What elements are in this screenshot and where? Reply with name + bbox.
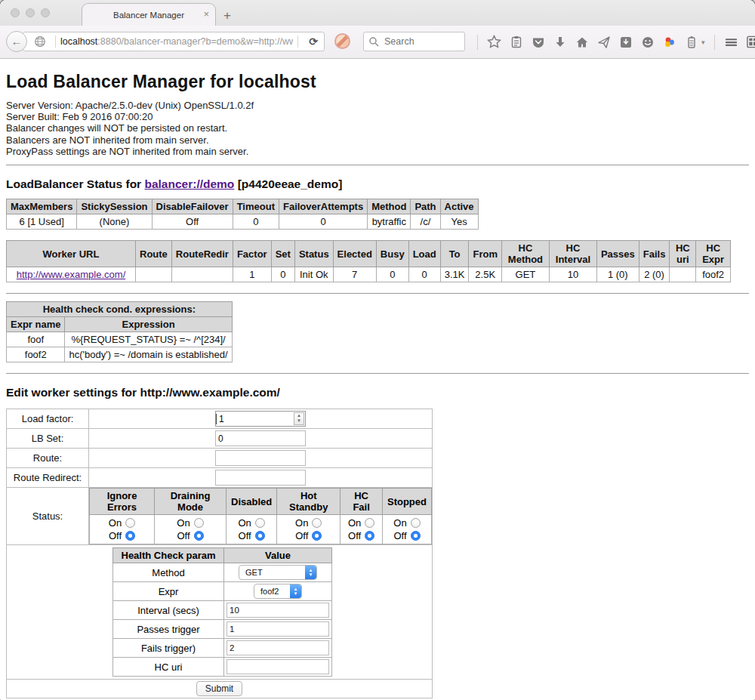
pocket-icon[interactable] bbox=[531, 35, 545, 49]
route-redirect-input[interactable] bbox=[215, 470, 306, 486]
window-controls bbox=[11, 8, 50, 17]
chat-smiley-icon[interactable] bbox=[640, 35, 655, 49]
col-timeout: Timeout bbox=[233, 199, 279, 214]
table-row: foof %{REQUEST_STATUS} =~ /^[234]/ bbox=[7, 332, 233, 347]
divider bbox=[6, 293, 749, 294]
close-window-button[interactable] bbox=[11, 8, 20, 17]
server-built-line: Server Built: Feb 9 2016 07:00:20 bbox=[6, 111, 749, 122]
edit-worker-heading: Edit worker settings for http://www.exam… bbox=[6, 386, 749, 399]
save-page-icon[interactable] bbox=[618, 35, 633, 49]
select-arrows-icon: ▲▼ bbox=[305, 566, 316, 579]
stopped-off-radio[interactable] bbox=[411, 531, 421, 541]
balancer-status-prefix: LoadBalancer Status for bbox=[6, 177, 144, 190]
col-expression: Expression bbox=[65, 317, 232, 332]
load-factor-label: Load factor: bbox=[7, 409, 89, 429]
load-factor-row: Load factor: 1 ▲▼ bbox=[7, 409, 433, 429]
downloads-icon[interactable] bbox=[553, 35, 567, 49]
disabled-off-radio[interactable] bbox=[255, 531, 265, 541]
submit-button[interactable]: Submit bbox=[196, 681, 242, 696]
colors-addon-icon[interactable] bbox=[662, 35, 676, 49]
url-text[interactable]: localhost:8880/balancer-manager?b=demo&w… bbox=[60, 36, 293, 47]
hc-uri-input[interactable] bbox=[226, 659, 329, 674]
hc-passes-input[interactable] bbox=[226, 621, 329, 637]
navigation-toolbar: ← localhost:8880/balancer-manager?b=demo… bbox=[0, 26, 755, 59]
new-tab-button[interactable]: + bbox=[223, 9, 231, 22]
status-table: Ignore Errors Draining Mode Disabled Hot… bbox=[89, 488, 432, 544]
load-factor-input[interactable]: 1 ▲▼ bbox=[215, 411, 306, 427]
table-row: foof2 hc('body') =~ /domain is establish… bbox=[7, 347, 233, 362]
page-title: Load Balancer Manager for localhost bbox=[6, 72, 749, 92]
divider bbox=[6, 165, 749, 165]
ignore-errors-on-radio[interactable] bbox=[125, 518, 135, 528]
tab-close-icon[interactable]: × bbox=[203, 9, 209, 19]
menu-icon[interactable] bbox=[724, 35, 738, 49]
stopped-on-radio[interactable] bbox=[411, 518, 421, 528]
worker-table: Worker URL Route RouteRedir Factor Set S… bbox=[6, 240, 731, 282]
reload-icon[interactable]: ⟳ bbox=[303, 35, 324, 48]
balancer-demo-link[interactable]: balancer://demo bbox=[144, 177, 234, 190]
zoom-window-button[interactable] bbox=[41, 8, 50, 17]
proxypass-note-line: ProxyPass settings are NOT inherited fro… bbox=[6, 146, 749, 157]
lb-set-row: LB Set: bbox=[7, 429, 433, 449]
browser-tab[interactable]: Balancer Manager × bbox=[82, 3, 216, 26]
route-row: Route: bbox=[7, 449, 433, 468]
search-bar[interactable] bbox=[363, 32, 465, 51]
url-bar[interactable]: localhost:8880/balancer-manager?b=demo&w… bbox=[23, 32, 325, 51]
table-row: http://www.example.com/ 1 0 Init Ok 7 0 … bbox=[7, 267, 731, 282]
hc-fail-off-radio[interactable] bbox=[365, 531, 374, 541]
number-stepper-icon[interactable]: ▲▼ bbox=[294, 412, 304, 425]
col-expr-name: Expr name bbox=[7, 317, 65, 332]
col-hot-standby: Hot Standby bbox=[277, 489, 341, 515]
ignore-errors-off-radio[interactable] bbox=[125, 531, 135, 541]
hc-interval-input[interactable] bbox=[226, 603, 329, 618]
toolbar-divider bbox=[477, 35, 478, 50]
minimize-window-button[interactable] bbox=[26, 8, 35, 17]
tab-bar: Balancer Manager × + bbox=[0, 0, 755, 26]
server-version-line: Server Version: Apache/2.5.0-dev (Unix) … bbox=[6, 100, 749, 111]
edit-worker-form: Load factor: 1 ▲▼ LB Set: Route: Route R… bbox=[6, 409, 433, 698]
hc-expr-select[interactable]: foof2 ▲▼ bbox=[254, 584, 302, 599]
route-redirect-label: Route Redirect: bbox=[7, 468, 89, 488]
home-icon[interactable] bbox=[575, 35, 589, 49]
browser-window: Balancer Manager × + ← localhost:8880/ba… bbox=[0, 0, 755, 700]
urlbar-divider2 bbox=[297, 35, 298, 48]
lb-set-input[interactable] bbox=[215, 430, 306, 446]
toolbar-icons: ▾ bbox=[476, 26, 755, 58]
balancer-status-table: MaxMembers StickySession DisableFailover… bbox=[6, 199, 479, 230]
select-arrows-icon: ▲▼ bbox=[290, 584, 301, 598]
hc-fail-on-radio[interactable] bbox=[365, 518, 374, 528]
addon-dropdown-caret-icon[interactable]: ▾ bbox=[701, 39, 705, 46]
draining-mode-off-radio[interactable] bbox=[194, 531, 204, 541]
disabled-on-radio[interactable] bbox=[255, 518, 265, 528]
col-path: Path bbox=[411, 199, 440, 214]
col-failoverattempts: FailoverAttempts bbox=[279, 199, 367, 214]
apps-grid-icon[interactable] bbox=[746, 35, 755, 49]
status-radio-row: On Off On Off On Off bbox=[90, 515, 432, 544]
hc-method-select[interactable]: GET ▲▼ bbox=[239, 565, 317, 580]
send-icon[interactable] bbox=[596, 35, 611, 49]
hot-standby-on-radio[interactable] bbox=[312, 518, 322, 528]
hc-fails-input[interactable] bbox=[226, 640, 329, 655]
hc-passes-row: Passes trigger bbox=[113, 620, 332, 639]
col-active: Active bbox=[440, 199, 478, 214]
balancer-status-suffix: [p4420eeae_demo] bbox=[234, 177, 342, 190]
bookmark-star-icon[interactable] bbox=[487, 35, 501, 49]
tracking-blocked-icon[interactable] bbox=[334, 33, 350, 49]
hc-uri-row: HC uri bbox=[113, 658, 332, 677]
reading-list-icon[interactable] bbox=[509, 35, 523, 49]
route-input[interactable] bbox=[215, 450, 306, 466]
draining-mode-on-radio[interactable] bbox=[194, 518, 204, 528]
col-ignore-errors: Ignore Errors bbox=[90, 489, 155, 515]
search-input[interactable] bbox=[383, 35, 461, 48]
hot-standby-off-radio[interactable] bbox=[312, 531, 322, 541]
tab-title: Balancer Manager bbox=[113, 11, 184, 20]
status-label: Status: bbox=[7, 488, 89, 545]
hc-expr-row: Expr foof2 ▲▼ bbox=[113, 582, 332, 601]
back-button[interactable]: ← bbox=[6, 31, 27, 52]
col-disabled: Disabled bbox=[226, 489, 277, 515]
col-hc-value: Value bbox=[224, 548, 332, 563]
battery-addon-icon[interactable] bbox=[684, 35, 698, 49]
globe-icon bbox=[34, 35, 46, 48]
submit-row: Submit bbox=[7, 680, 433, 698]
worker-url-link[interactable]: http://www.example.com/ bbox=[17, 269, 126, 280]
